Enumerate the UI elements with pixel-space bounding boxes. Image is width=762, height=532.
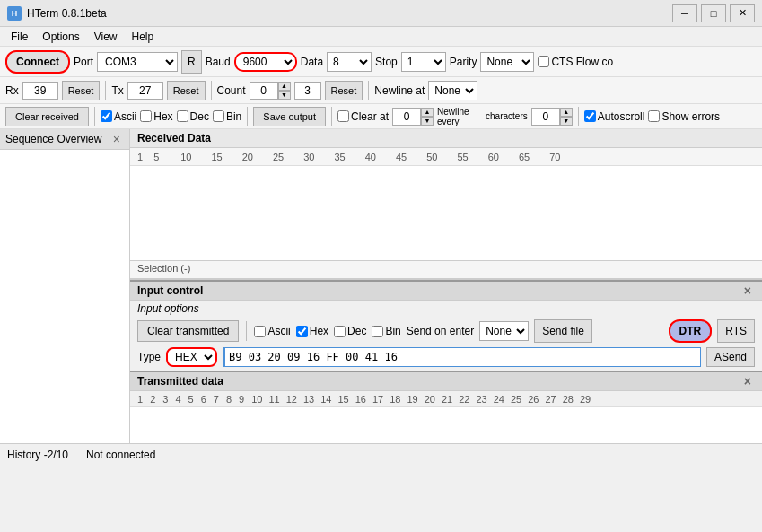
received-data-area[interactable] [130,166,762,260]
received-title: Received Data [137,132,211,144]
count-input[interactable] [250,82,278,100]
transmitted-title: Transmitted data [137,375,223,388]
stop-select[interactable]: 1 [401,52,446,72]
cts-checkbox[interactable] [538,56,549,67]
bin-checkbox-label[interactable]: Bin [213,110,241,123]
menu-file[interactable]: File [4,29,35,45]
bin-checkbox[interactable] [213,110,224,122]
dec-checkbox-label[interactable]: Dec [177,110,209,123]
tx-input[interactable] [127,82,163,100]
newline-every-spinner: ▲ ▼ [531,108,573,126]
main-layout: Sequence Overview × Received Data 1 5 10… [0,129,762,443]
received-panel: Received Data 1 5 10 15 20 25 30 35 40 4… [130,129,762,280]
send-file-button[interactable]: Send file [534,319,592,343]
sidebar-title: Sequence Overview [5,133,101,145]
asend-button[interactable]: ASend [706,347,755,367]
clear-at-checkbox-label[interactable]: Clear at [337,110,389,123]
menu-help[interactable]: Help [125,29,162,45]
menu-options[interactable]: Options [35,29,86,45]
clear-at-down[interactable]: ▼ [421,117,434,126]
clear-at-input[interactable] [392,108,421,126]
connection-status: Not connected [86,449,155,461]
ascii-checkbox-label[interactable]: Ascii [101,110,136,123]
stop-label: Stop [375,56,398,68]
received-panel-header: Received Data [130,129,762,148]
ascii-checkbox[interactable] [101,110,112,122]
type-select[interactable]: HEX [166,347,217,367]
maximize-button[interactable]: □ [701,4,726,22]
input-dec-checkbox[interactable] [334,326,346,337]
menu-view[interactable]: View [87,29,125,45]
parity-select[interactable]: None [480,52,534,72]
newline-label: Newline at [374,84,425,97]
input-control-header: Input control × [130,282,762,301]
input-ascii-checkbox[interactable] [254,326,266,337]
count-right-input[interactable] [294,82,321,100]
sidebar-close[interactable]: × [109,132,124,146]
window-title: HTerm 0.8.1beta [27,7,107,20]
selection-text: Selection (-) [137,263,190,274]
input-options-label: Input options [130,301,762,317]
title-bar: H HTerm 0.8.1beta ─ □ ✕ [0,0,762,27]
cts-checkbox-label[interactable]: CTS Flow co [538,56,613,68]
newline-every-input[interactable] [531,108,560,126]
newline-every-label: Newline every [437,107,482,126]
dtr-button[interactable]: DTR [669,319,713,343]
selection-bar: Selection (-) [130,260,762,278]
newline-up[interactable]: ▲ [560,108,573,117]
reset3-button[interactable]: Reset [325,81,363,100]
clear-at-checkbox[interactable] [337,110,349,122]
content-area: Received Data 1 5 10 15 20 25 30 35 40 4… [130,129,762,443]
input-control-close[interactable]: × [740,283,755,298]
show-errors-label[interactable]: Show errors [648,110,720,123]
show-errors-checkbox[interactable] [648,110,660,122]
count-label: Count [217,84,246,97]
title-bar-controls: ─ □ ✕ [672,4,755,22]
input-hex-label[interactable]: Hex [296,325,328,337]
toolbar-row2: Rx Reset Tx Reset Count ▲ ▼ Reset Newlin… [0,77,762,104]
count-up[interactable]: ▲ [278,82,291,91]
minimize-button[interactable]: ─ [672,4,697,22]
data-label: Data [301,56,323,68]
clear-transmitted-button[interactable]: Clear transmitted [137,320,239,342]
save-output-button[interactable]: Save output [253,107,326,126]
baud-select[interactable]: 9600 [234,52,297,72]
transmitted-panel: Transmitted data × 1 2 3 4 5 6 7 8 9 10 … [130,371,762,443]
clear-received-button[interactable]: Clear received [5,107,89,126]
ruler: 1 5 10 15 20 25 30 35 40 45 50 55 60 65 … [130,148,762,166]
newline-select[interactable]: None [428,81,477,100]
hex-checkbox-label[interactable]: Hex [140,110,172,123]
input-bin-checkbox[interactable] [372,326,383,337]
rx-label: Rx [5,84,19,97]
reset2-button[interactable]: Reset [167,81,206,100]
dec-checkbox[interactable] [177,110,188,122]
rx-input[interactable] [22,82,58,100]
port-label: Port [74,56,93,68]
send-on-enter-select[interactable]: None [479,321,529,341]
transmitted-close[interactable]: × [740,374,755,388]
input-ascii-label[interactable]: Ascii [254,325,290,337]
input-control-title: Input control [137,284,203,297]
port-select[interactable]: COM3 [97,52,178,72]
data-select[interactable]: 8 [327,52,372,72]
newline-down[interactable]: ▼ [560,117,573,126]
input-bin-label[interactable]: Bin [372,325,400,337]
input-dec-label[interactable]: Dec [334,325,366,337]
rts-button[interactable]: RTS [717,319,755,343]
autoscroll-label[interactable]: Autoscroll [584,110,645,123]
autoscroll-checkbox[interactable] [584,110,596,122]
hex-checkbox[interactable] [140,110,152,122]
hex-input[interactable] [223,347,701,367]
r-button[interactable]: R [181,50,202,74]
connect-button[interactable]: Connect [5,50,70,74]
input-options-row: Clear transmitted Ascii Hex Dec Bin [130,317,762,345]
close-button[interactable]: ✕ [730,4,755,22]
clear-at-up[interactable]: ▲ [421,108,434,117]
transmitted-data-area[interactable] [130,407,762,443]
newline-chars-label: characters [486,111,528,121]
sidebar: Sequence Overview × [0,129,130,443]
input-control: Input control × Input options Clear tran… [130,280,762,371]
reset1-button[interactable]: Reset [62,81,101,100]
input-hex-checkbox[interactable] [296,326,308,337]
count-down[interactable]: ▼ [278,91,291,100]
